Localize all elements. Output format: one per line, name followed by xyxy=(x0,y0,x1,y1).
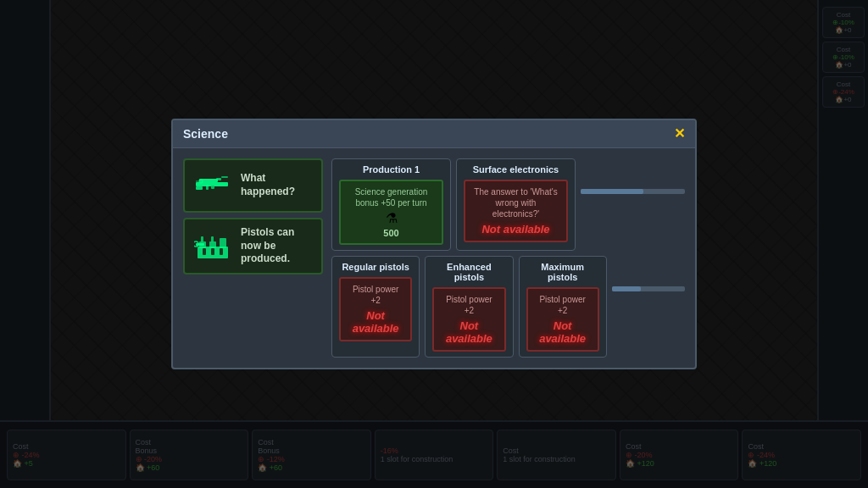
upgrades-column: Production 1 Science generation bonus +5… xyxy=(331,158,685,358)
enhanced-pistols-title: Enhanced pistols xyxy=(432,262,505,282)
upgrades-row-1: Production 1 Science generation bonus +5… xyxy=(331,158,685,251)
regular-pistols-content: Pistol power +2 Not available xyxy=(339,277,412,341)
dialog-body: What happened? xyxy=(173,148,695,368)
event-card-what-happened[interactable]: What happened? xyxy=(183,158,323,213)
svg-rect-12 xyxy=(220,238,226,248)
surface-electronics-desc: The answer to 'What's wrong with electro… xyxy=(472,186,559,219)
production1-desc: Science generation bonus +50 per turn xyxy=(348,186,435,208)
svg-rect-16 xyxy=(211,248,214,255)
surface-electronics-title: Surface electronics xyxy=(464,164,568,175)
regular-pistols-not-available: Not available xyxy=(348,309,403,335)
production1-content: Science generation bonus +50 per turn ⚗ … xyxy=(339,180,443,245)
surface-electronics-not-available: Not available xyxy=(481,223,549,236)
svg-rect-14 xyxy=(211,236,214,243)
rifle-icon xyxy=(192,167,234,204)
svg-rect-18 xyxy=(196,243,204,246)
regular-pistols-desc: Pistol power +2 xyxy=(348,284,403,306)
upgrade-regular-pistols[interactable]: Regular pistols Pistol power +2 Not avai… xyxy=(331,256,420,358)
close-button[interactable]: ✕ xyxy=(674,127,685,141)
modal-overlay: Science ✕ xyxy=(0,0,868,488)
upgrades-row-2: Regular pistols Pistol power +2 Not avai… xyxy=(331,256,685,358)
svg-rect-17 xyxy=(220,248,223,255)
dialog-titlebar: Science ✕ xyxy=(173,120,695,148)
what-happened-text: What happened? xyxy=(241,172,314,198)
enhanced-pistols-content: Pistol power +2 Not available xyxy=(432,287,505,352)
upgrade-production1[interactable]: Production 1 Science generation bonus +5… xyxy=(331,158,451,251)
row1-bar-fill xyxy=(581,189,643,194)
maximum-pistols-title: Maximum pistols xyxy=(526,262,599,282)
dialog-title: Science xyxy=(183,127,228,141)
enhanced-pistols-desc: Pistol power +2 xyxy=(441,294,497,316)
pistols-produced-text: Pistols can now be produced. xyxy=(241,226,314,266)
svg-rect-2 xyxy=(216,178,221,180)
svg-rect-5 xyxy=(206,185,209,190)
production1-cost: 500 xyxy=(383,228,398,238)
svg-rect-6 xyxy=(211,186,214,189)
science-dialog: Science ✕ xyxy=(171,119,697,369)
surface-electronics-content: The answer to 'What's wrong with electro… xyxy=(464,180,568,242)
svg-rect-15 xyxy=(203,248,206,255)
row1-bar xyxy=(581,189,685,194)
maximum-pistols-not-available: Not available xyxy=(535,319,591,345)
row2-bar xyxy=(612,286,685,291)
regular-pistols-title: Regular pistols xyxy=(339,262,412,272)
flask-icon: ⚗ xyxy=(386,210,398,226)
svg-rect-13 xyxy=(201,236,203,243)
svg-rect-4 xyxy=(196,186,203,190)
maximum-pistols-desc: Pistol power +2 xyxy=(535,294,591,316)
svg-rect-3 xyxy=(221,176,228,178)
upgrade-enhanced-pistols[interactable]: Enhanced pistols Pistol power +2 Not ava… xyxy=(425,256,513,358)
maximum-pistols-content: Pistol power +2 Not available xyxy=(526,287,599,352)
upgrade-surface-electronics[interactable]: Surface electronics The answer to 'What'… xyxy=(456,158,576,251)
enhanced-pistols-not-available: Not available xyxy=(441,319,497,345)
row2-bar-fill xyxy=(612,286,642,291)
factory-icon xyxy=(192,227,234,264)
upgrade-maximum-pistols[interactable]: Maximum pistols Pistol power +2 Not avai… xyxy=(519,256,607,358)
production1-title: Production 1 xyxy=(339,164,443,175)
events-column: What happened? xyxy=(183,158,323,358)
event-card-pistols[interactable]: Pistols can now be produced. xyxy=(183,218,323,274)
